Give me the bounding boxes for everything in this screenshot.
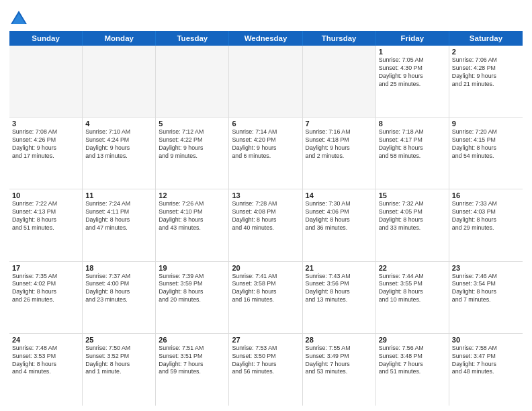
cell-info: Sunrise: 7:08 AM Sunset: 4:26 PM Dayligh…	[12, 128, 79, 161]
cal-cell-2-5: 15Sunrise: 7:32 AM Sunset: 4:05 PM Dayli…	[376, 189, 449, 261]
day-number: 10	[12, 191, 79, 199]
day-number: 24	[12, 336, 79, 344]
day-number: 26	[159, 336, 226, 344]
header-day-wednesday: Wednesday	[229, 31, 302, 46]
logo	[9, 9, 31, 28]
cal-cell-4-5: 29Sunrise: 7:56 AM Sunset: 3:48 PM Dayli…	[376, 334, 449, 406]
cal-cell-0-6: 2Sunrise: 7:06 AM Sunset: 4:28 PM Daylig…	[449, 46, 523, 117]
cal-cell-1-3: 6Sunrise: 7:14 AM Sunset: 4:20 PM Daylig…	[229, 118, 302, 189]
day-number: 12	[159, 191, 226, 199]
cell-info: Sunrise: 7:37 AM Sunset: 4:00 PM Dayligh…	[85, 273, 152, 305]
day-number: 27	[232, 336, 299, 344]
cal-cell-0-2	[156, 46, 229, 117]
cal-cell-0-0	[9, 46, 83, 117]
cal-cell-1-5: 8Sunrise: 7:18 AM Sunset: 4:17 PM Daylig…	[376, 118, 449, 189]
cell-info: Sunrise: 7:24 AM Sunset: 4:11 PM Dayligh…	[85, 200, 152, 232]
cal-cell-3-4: 21Sunrise: 7:43 AM Sunset: 3:56 PM Dayli…	[303, 262, 376, 333]
day-number: 4	[85, 120, 152, 128]
header-day-monday: Monday	[83, 31, 156, 46]
day-number: 21	[306, 264, 373, 272]
cal-cell-0-4	[303, 46, 376, 117]
cal-cell-2-6: 16Sunrise: 7:33 AM Sunset: 4:03 PM Dayli…	[449, 189, 523, 261]
cal-cell-2-0: 10Sunrise: 7:22 AM Sunset: 4:13 PM Dayli…	[9, 189, 83, 261]
cell-info: Sunrise: 7:32 AM Sunset: 4:05 PM Dayligh…	[379, 200, 446, 232]
cal-cell-3-3: 20Sunrise: 7:41 AM Sunset: 3:58 PM Dayli…	[229, 262, 302, 333]
cal-cell-4-3: 27Sunrise: 7:53 AM Sunset: 3:50 PM Dayli…	[229, 334, 302, 406]
logo-icon	[9, 9, 28, 28]
cal-cell-4-4: 28Sunrise: 7:55 AM Sunset: 3:49 PM Dayli…	[303, 334, 376, 406]
day-number: 3	[12, 120, 79, 128]
cell-info: Sunrise: 7:30 AM Sunset: 4:06 PM Dayligh…	[306, 200, 373, 232]
day-number: 14	[306, 191, 373, 199]
day-number: 7	[306, 120, 373, 128]
cell-info: Sunrise: 7:51 AM Sunset: 3:51 PM Dayligh…	[159, 345, 226, 377]
cal-cell-2-1: 11Sunrise: 7:24 AM Sunset: 4:11 PM Dayli…	[83, 189, 156, 261]
cal-cell-0-1	[83, 46, 156, 117]
cal-cell-1-6: 9Sunrise: 7:20 AM Sunset: 4:15 PM Daylig…	[449, 118, 523, 189]
calendar-header: SundayMondayTuesdayWednesdayThursdayFrid…	[9, 31, 523, 46]
calendar: SundayMondayTuesdayWednesdayThursdayFrid…	[9, 31, 523, 406]
cell-info: Sunrise: 7:50 AM Sunset: 3:52 PM Dayligh…	[85, 345, 152, 377]
cell-info: Sunrise: 7:43 AM Sunset: 3:56 PM Dayligh…	[306, 273, 373, 305]
cal-cell-3-1: 18Sunrise: 7:37 AM Sunset: 4:00 PM Dayli…	[83, 262, 156, 333]
cell-info: Sunrise: 7:33 AM Sunset: 4:03 PM Dayligh…	[452, 200, 520, 232]
cell-info: Sunrise: 7:56 AM Sunset: 3:48 PM Dayligh…	[379, 345, 446, 377]
cal-cell-1-1: 4Sunrise: 7:10 AM Sunset: 4:24 PM Daylig…	[83, 118, 156, 189]
calendar-body: 1Sunrise: 7:05 AM Sunset: 4:30 PM Daylig…	[9, 46, 523, 406]
cell-info: Sunrise: 7:44 AM Sunset: 3:55 PM Dayligh…	[379, 273, 446, 305]
cell-info: Sunrise: 7:35 AM Sunset: 4:02 PM Dayligh…	[12, 273, 79, 305]
day-number: 18	[85, 264, 152, 272]
cal-cell-2-4: 14Sunrise: 7:30 AM Sunset: 4:06 PM Dayli…	[303, 189, 376, 261]
calendar-row-4: 24Sunrise: 7:48 AM Sunset: 3:53 PM Dayli…	[9, 334, 523, 406]
cell-info: Sunrise: 7:22 AM Sunset: 4:13 PM Dayligh…	[12, 200, 79, 232]
cell-info: Sunrise: 7:39 AM Sunset: 3:59 PM Dayligh…	[159, 273, 226, 305]
header-day-saturday: Saturday	[449, 31, 523, 46]
day-number: 20	[232, 264, 299, 272]
day-number: 19	[159, 264, 226, 272]
cell-info: Sunrise: 7:28 AM Sunset: 4:08 PM Dayligh…	[232, 200, 299, 232]
cell-info: Sunrise: 7:58 AM Sunset: 3:47 PM Dayligh…	[452, 345, 520, 377]
cell-info: Sunrise: 7:12 AM Sunset: 4:22 PM Dayligh…	[159, 128, 226, 161]
day-number: 25	[85, 336, 152, 344]
calendar-row-0: 1Sunrise: 7:05 AM Sunset: 4:30 PM Daylig…	[9, 46, 523, 118]
cal-cell-3-0: 17Sunrise: 7:35 AM Sunset: 4:02 PM Dayli…	[9, 262, 83, 333]
day-number: 29	[379, 336, 446, 344]
cell-info: Sunrise: 7:55 AM Sunset: 3:49 PM Dayligh…	[306, 345, 373, 377]
header	[9, 7, 523, 28]
cell-info: Sunrise: 7:53 AM Sunset: 3:50 PM Dayligh…	[232, 345, 299, 377]
day-number: 15	[379, 191, 446, 199]
day-number: 17	[12, 264, 79, 272]
cell-info: Sunrise: 7:10 AM Sunset: 4:24 PM Dayligh…	[85, 128, 152, 161]
cal-cell-2-3: 13Sunrise: 7:28 AM Sunset: 4:08 PM Dayli…	[229, 189, 302, 261]
cal-cell-4-1: 25Sunrise: 7:50 AM Sunset: 3:52 PM Dayli…	[83, 334, 156, 406]
header-day-tuesday: Tuesday	[156, 31, 229, 46]
cell-info: Sunrise: 7:05 AM Sunset: 4:30 PM Dayligh…	[379, 56, 446, 89]
page: SundayMondayTuesdayWednesdayThursdayFrid…	[0, 0, 532, 411]
cal-cell-1-4: 7Sunrise: 7:16 AM Sunset: 4:18 PM Daylig…	[303, 118, 376, 189]
cell-info: Sunrise: 7:16 AM Sunset: 4:18 PM Dayligh…	[306, 128, 373, 161]
calendar-row-2: 10Sunrise: 7:22 AM Sunset: 4:13 PM Dayli…	[9, 189, 523, 261]
day-number: 13	[232, 191, 299, 199]
cal-cell-3-5: 22Sunrise: 7:44 AM Sunset: 3:55 PM Dayli…	[376, 262, 449, 333]
header-day-friday: Friday	[376, 31, 449, 46]
cal-cell-4-2: 26Sunrise: 7:51 AM Sunset: 3:51 PM Dayli…	[156, 334, 229, 406]
cal-cell-3-2: 19Sunrise: 7:39 AM Sunset: 3:59 PM Dayli…	[156, 262, 229, 333]
day-number: 6	[232, 120, 299, 128]
day-number: 2	[452, 48, 520, 56]
cell-info: Sunrise: 7:26 AM Sunset: 4:10 PM Dayligh…	[159, 200, 226, 232]
day-number: 16	[452, 191, 520, 199]
cal-cell-4-6: 30Sunrise: 7:58 AM Sunset: 3:47 PM Dayli…	[449, 334, 523, 406]
cell-info: Sunrise: 7:06 AM Sunset: 4:28 PM Dayligh…	[452, 56, 520, 89]
day-number: 23	[452, 264, 520, 272]
day-number: 30	[452, 336, 520, 344]
cal-cell-1-0: 3Sunrise: 7:08 AM Sunset: 4:26 PM Daylig…	[9, 118, 83, 189]
cell-info: Sunrise: 7:14 AM Sunset: 4:20 PM Dayligh…	[232, 128, 299, 161]
day-number: 5	[159, 120, 226, 128]
calendar-row-1: 3Sunrise: 7:08 AM Sunset: 4:26 PM Daylig…	[9, 118, 523, 189]
cell-info: Sunrise: 7:20 AM Sunset: 4:15 PM Dayligh…	[452, 128, 520, 161]
header-day-sunday: Sunday	[9, 31, 83, 46]
cal-cell-4-0: 24Sunrise: 7:48 AM Sunset: 3:53 PM Dayli…	[9, 334, 83, 406]
cell-info: Sunrise: 7:48 AM Sunset: 3:53 PM Dayligh…	[12, 345, 79, 377]
cell-info: Sunrise: 7:41 AM Sunset: 3:58 PM Dayligh…	[232, 273, 299, 305]
cell-info: Sunrise: 7:46 AM Sunset: 3:54 PM Dayligh…	[452, 273, 520, 305]
